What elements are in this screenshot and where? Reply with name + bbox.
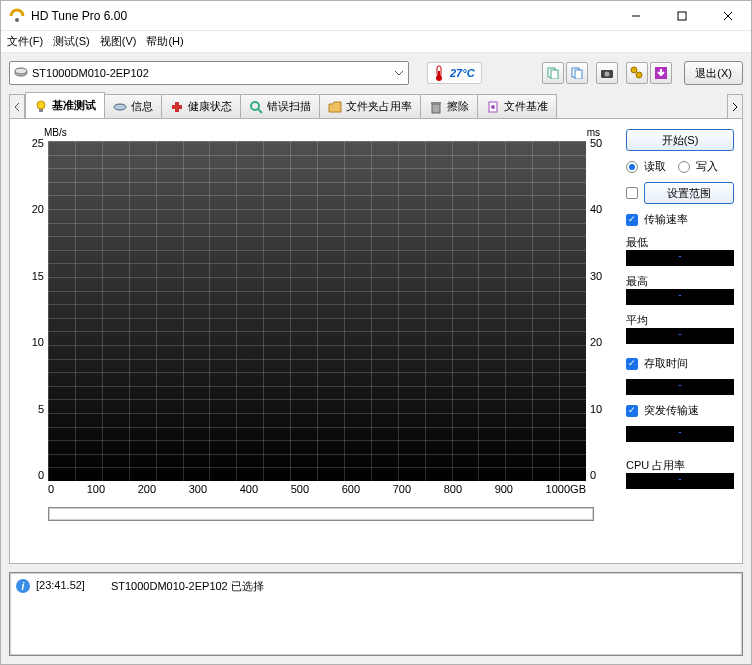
copy-info-button[interactable] — [566, 62, 588, 84]
menu-file[interactable]: 文件(F) — [7, 34, 43, 49]
app-icon — [9, 8, 25, 24]
svg-point-29 — [491, 105, 495, 109]
temperature-value: 27°C — [450, 67, 475, 79]
toolbar: ST1000DM010-2EP102 27°C 退出(X) — [9, 59, 743, 87]
info-icon: i — [16, 579, 30, 593]
write-radio[interactable] — [678, 161, 690, 173]
tab-errorscan[interactable]: 错误扫描 — [240, 94, 320, 118]
svg-line-25 — [258, 109, 262, 113]
minimize-button[interactable] — [613, 1, 659, 31]
close-button[interactable] — [705, 1, 751, 31]
svg-point-21 — [114, 104, 126, 110]
read-radio[interactable] — [626, 161, 638, 173]
cpu-usage-value — [626, 473, 734, 489]
svg-point-6 — [15, 68, 27, 74]
tab-erase[interactable]: 擦除 — [420, 94, 478, 118]
min-label: 最低 — [626, 236, 648, 248]
tab-strip: 基准测试 信息 健康状态 错误扫描 文件夹占用率 擦除 文件基准 — [9, 93, 743, 119]
tab-filebench[interactable]: 文件基准 — [477, 94, 557, 118]
tab-info[interactable]: 信息 — [104, 94, 162, 118]
log-panel: i [23:41.52] ST1000DM010-2EP102 已选择 — [9, 572, 743, 656]
screenshot-button[interactable] — [596, 62, 618, 84]
tab-benchmark[interactable]: 基准测试 — [25, 92, 105, 118]
set-range-button[interactable]: 设置范围 — [644, 182, 734, 204]
access-time-value — [626, 379, 734, 395]
svg-rect-26 — [432, 104, 440, 113]
burst-rate-value — [626, 426, 734, 442]
svg-point-19 — [37, 101, 45, 109]
disk-icon — [14, 66, 28, 80]
disk-info-icon — [113, 100, 127, 114]
tab-folderusage[interactable]: 文件夹占用率 — [319, 94, 421, 118]
toolbar-buttons — [542, 62, 672, 84]
magnifier-icon — [249, 100, 263, 114]
svg-point-15 — [605, 72, 610, 77]
y-right-unit: ms — [587, 127, 600, 138]
svg-point-16 — [631, 67, 637, 73]
svg-point-0 — [15, 18, 19, 22]
menu-view[interactable]: 视图(V) — [100, 34, 137, 49]
settings-button[interactable] — [626, 62, 648, 84]
svg-point-24 — [251, 102, 259, 110]
log-time: [23:41.52] — [36, 579, 85, 591]
thermometer-icon — [434, 65, 444, 81]
health-cross-icon — [170, 100, 184, 114]
svg-rect-13 — [575, 70, 582, 79]
menu-test[interactable]: 测试(S) — [53, 34, 90, 49]
tab-scroll-right[interactable] — [727, 94, 743, 118]
content-area: ST1000DM010-2EP102 27°C 退出(X) 基准测试 信息 健康… — [1, 53, 751, 664]
burst-rate-checkbox[interactable] — [626, 405, 638, 417]
folder-icon — [328, 100, 342, 114]
svg-rect-9 — [438, 71, 440, 77]
max-value — [626, 289, 734, 305]
svg-rect-23 — [172, 105, 182, 109]
file-bench-icon — [486, 100, 500, 114]
start-button[interactable]: 开始(S) — [626, 129, 734, 151]
main-panel: MB/s ms 25 20 15 10 5 0 0100200300400500… — [9, 119, 743, 564]
save-button[interactable] — [650, 62, 672, 84]
maximize-button[interactable] — [659, 1, 705, 31]
range-checkbox[interactable] — [626, 187, 638, 199]
mode-radio-group: 读取 写入 — [626, 159, 734, 174]
menubar: 文件(F) 测试(S) 视图(V) 帮助(H) — [1, 31, 751, 53]
plot-surface — [48, 141, 586, 481]
chart-area: MB/s ms 25 20 15 10 5 0 0100200300400500… — [18, 129, 618, 553]
y-axis-right: 50 40 30 20 10 0 — [586, 129, 618, 499]
access-time-checkbox[interactable] — [626, 358, 638, 370]
tab-scroll-left[interactable] — [9, 94, 25, 118]
min-value — [626, 250, 734, 266]
cpu-usage-label: CPU 占用率 — [626, 459, 685, 471]
svg-rect-11 — [551, 70, 558, 79]
drive-select[interactable]: ST1000DM010-2EP102 — [9, 61, 409, 85]
progress-bar — [48, 507, 594, 521]
benchmark-chart: MB/s ms 25 20 15 10 5 0 0100200300400500… — [18, 129, 618, 499]
menu-help[interactable]: 帮助(H) — [146, 34, 183, 49]
svg-rect-2 — [678, 12, 686, 20]
chevron-down-icon — [394, 68, 404, 78]
trash-icon — [429, 100, 443, 114]
controls-panel: 开始(S) 读取 写入 设置范围 传输速率 最低 最高 平均 — [626, 129, 734, 553]
drive-name: ST1000DM010-2EP102 — [32, 67, 149, 79]
app-window: HD Tune Pro 6.00 文件(F) 测试(S) 视图(V) 帮助(H)… — [0, 0, 752, 665]
avg-value — [626, 328, 734, 344]
titlebar: HD Tune Pro 6.00 — [1, 1, 751, 31]
tab-health[interactable]: 健康状态 — [161, 94, 241, 118]
exit-button[interactable]: 退出(X) — [684, 61, 743, 85]
y-axis-left: 25 20 15 10 5 0 — [18, 129, 48, 499]
x-axis: 01002003004005006007008009001000GB — [48, 483, 586, 499]
copy-text-button[interactable] — [542, 62, 564, 84]
svg-rect-27 — [431, 102, 441, 104]
svg-point-17 — [636, 72, 642, 78]
transfer-rate-checkbox[interactable] — [626, 214, 638, 226]
temperature-display: 27°C — [427, 62, 482, 84]
max-label: 最高 — [626, 275, 648, 287]
window-title: HD Tune Pro 6.00 — [31, 9, 613, 23]
avg-label: 平均 — [626, 314, 648, 326]
log-message: ST1000DM010-2EP102 已选择 — [111, 579, 264, 594]
lightbulb-icon — [34, 99, 48, 113]
svg-rect-20 — [39, 109, 43, 112]
